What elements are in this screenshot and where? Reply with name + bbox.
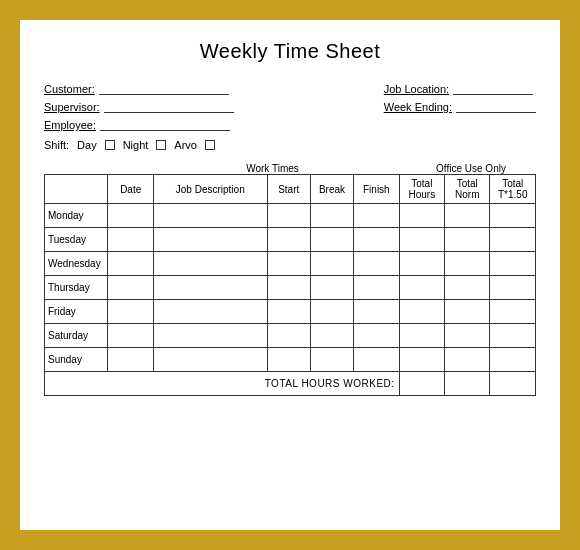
total-norm-cell[interactable]: [445, 324, 490, 348]
job-cell[interactable]: [153, 228, 267, 252]
supervisor-input[interactable]: [104, 99, 234, 113]
finish-cell[interactable]: [354, 348, 399, 372]
total-value-cell[interactable]: [490, 372, 536, 396]
job-cell[interactable]: [153, 252, 267, 276]
break-cell[interactable]: [310, 204, 353, 228]
total-t150-cell[interactable]: [490, 300, 536, 324]
page: Weekly Time Sheet Customer: Supervisor: …: [20, 20, 560, 530]
table-row: Sunday: [45, 348, 536, 372]
day-cell[interactable]: Saturday: [45, 324, 108, 348]
customer-label: Customer:: [44, 83, 95, 95]
total-norm-cell[interactable]: [445, 300, 490, 324]
break-cell[interactable]: [310, 228, 353, 252]
total-t150-cell[interactable]: [490, 324, 536, 348]
day-cell[interactable]: Tuesday: [45, 228, 108, 252]
form-left: Customer: Supervisor: Employee: Shift: D…: [44, 81, 234, 161]
form-section: Customer: Supervisor: Employee: Shift: D…: [44, 81, 536, 161]
day-cell[interactable]: Wednesday: [45, 252, 108, 276]
start-cell[interactable]: [267, 348, 310, 372]
finish-cell[interactable]: [354, 204, 399, 228]
arvo-label: Arvo: [174, 139, 197, 151]
total-norm-cell[interactable]: [445, 204, 490, 228]
total-hours-cell[interactable]: [399, 276, 444, 300]
customer-input[interactable]: [99, 81, 229, 95]
table-row: Tuesday: [45, 228, 536, 252]
break-cell[interactable]: [310, 324, 353, 348]
total-hours-cell[interactable]: [399, 252, 444, 276]
finish-cell[interactable]: [354, 300, 399, 324]
start-cell[interactable]: [267, 228, 310, 252]
total-value-cell[interactable]: [445, 372, 490, 396]
start-cell[interactable]: [267, 252, 310, 276]
week-ending-label: Week Ending:: [384, 101, 452, 113]
total-hours-cell[interactable]: [399, 324, 444, 348]
job-location-input[interactable]: [453, 81, 533, 95]
table-wrapper: Date Job Description Start Break Finish …: [44, 174, 536, 396]
start-cell[interactable]: [267, 276, 310, 300]
header-total-norm: Total Norm: [445, 175, 490, 204]
total-hours-cell[interactable]: [399, 300, 444, 324]
job-cell[interactable]: [153, 276, 267, 300]
finish-cell[interactable]: [354, 324, 399, 348]
day-checkbox[interactable]: [105, 140, 115, 150]
office-use-label: Office Use Only: [406, 163, 536, 174]
break-cell[interactable]: [310, 348, 353, 372]
job-cell[interactable]: [153, 324, 267, 348]
total-norm-cell[interactable]: [445, 348, 490, 372]
date-cell[interactable]: [108, 228, 153, 252]
total-t150-cell[interactable]: [490, 252, 536, 276]
total-norm-cell[interactable]: [445, 276, 490, 300]
supervisor-label: Supervisor:: [44, 101, 100, 113]
total-hours-cell[interactable]: [399, 348, 444, 372]
job-location-field: Job Location:: [384, 81, 536, 95]
day-cell[interactable]: Monday: [45, 204, 108, 228]
form-right: Job Location: Week Ending:: [384, 81, 536, 161]
date-cell[interactable]: [108, 252, 153, 276]
employee-label: Employee:: [44, 119, 96, 131]
shift-row: Shift: Day Night Arvo: [44, 139, 234, 151]
date-cell[interactable]: [108, 204, 153, 228]
shift-label: Shift:: [44, 139, 69, 151]
work-times-label: Work Times: [139, 163, 406, 174]
finish-cell[interactable]: [354, 228, 399, 252]
date-cell[interactable]: [108, 276, 153, 300]
total-hours-cell[interactable]: [399, 204, 444, 228]
job-cell[interactable]: [153, 348, 267, 372]
date-cell[interactable]: [108, 348, 153, 372]
supervisor-field: Supervisor:: [44, 99, 234, 113]
day-cell[interactable]: Thursday: [45, 276, 108, 300]
job-cell[interactable]: [153, 300, 267, 324]
customer-field: Customer:: [44, 81, 234, 95]
day-label: Day: [77, 139, 97, 151]
start-cell[interactable]: [267, 324, 310, 348]
day-cell[interactable]: Friday: [45, 300, 108, 324]
employee-input[interactable]: [100, 117, 230, 131]
week-ending-input[interactable]: [456, 99, 536, 113]
total-value-cell[interactable]: [399, 372, 444, 396]
night-checkbox[interactable]: [156, 140, 166, 150]
break-cell[interactable]: [310, 276, 353, 300]
total-norm-cell[interactable]: [445, 228, 490, 252]
table-row: Wednesday: [45, 252, 536, 276]
total-t150-cell[interactable]: [490, 276, 536, 300]
date-cell[interactable]: [108, 300, 153, 324]
finish-cell[interactable]: [354, 276, 399, 300]
header-total-hours: Total Hours: [399, 175, 444, 204]
break-cell[interactable]: [310, 252, 353, 276]
job-cell[interactable]: [153, 204, 267, 228]
start-cell[interactable]: [267, 300, 310, 324]
total-t150-cell[interactable]: [490, 348, 536, 372]
header-day: [45, 175, 108, 204]
day-cell[interactable]: Sunday: [45, 348, 108, 372]
start-cell[interactable]: [267, 204, 310, 228]
arvo-checkbox[interactable]: [205, 140, 215, 150]
employee-field: Employee:: [44, 117, 234, 131]
total-norm-cell[interactable]: [445, 252, 490, 276]
table-row: Thursday: [45, 276, 536, 300]
break-cell[interactable]: [310, 300, 353, 324]
total-t150-cell[interactable]: [490, 228, 536, 252]
total-hours-cell[interactable]: [399, 228, 444, 252]
date-cell[interactable]: [108, 324, 153, 348]
finish-cell[interactable]: [354, 252, 399, 276]
total-t150-cell[interactable]: [490, 204, 536, 228]
